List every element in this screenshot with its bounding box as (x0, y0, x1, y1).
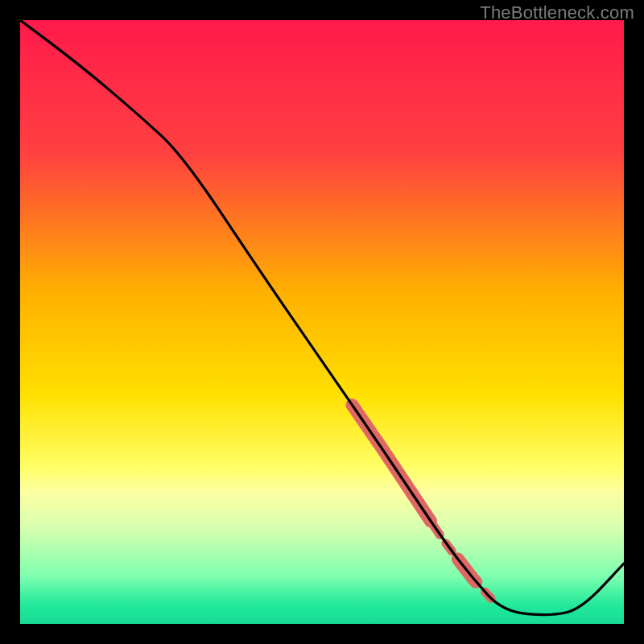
chart-svg (20, 20, 624, 624)
plot-area (20, 20, 624, 624)
heatmap-background (20, 20, 624, 624)
chart-frame (20, 20, 624, 624)
watermark-text: TheBottleneck.com (480, 2, 634, 23)
